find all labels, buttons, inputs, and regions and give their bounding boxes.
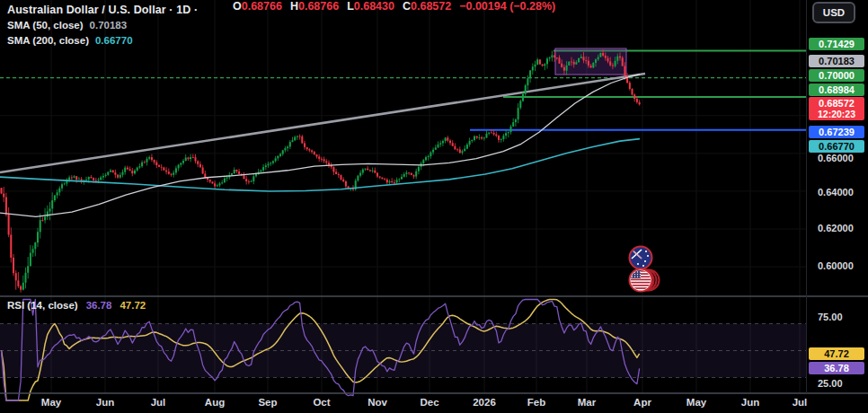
symbol-title-row[interactable]: Australian Dollar / U.S. Dollar · 1D · — [7, 3, 198, 17]
month-label: May — [41, 397, 61, 408]
time-axis[interactable]: MayJunJulAugSepOctNovDec2026FebMarAprMay… — [0, 393, 868, 413]
symbol-title[interactable]: Australian Dollar / U.S. Dollar · 1D · — [7, 3, 198, 17]
price-axis[interactable]: 0.660000.640000.620000.6000075.0025.000.… — [807, 0, 868, 393]
month-label: Apr — [633, 397, 651, 408]
month-label: Sep — [258, 397, 277, 408]
rsi-legend-row[interactable]: RSI (14, close) 36.78 47.72 — [7, 300, 146, 311]
sma50-value: 0.70183 — [90, 18, 128, 32]
rsi-ma-value: 47.72 — [120, 300, 146, 311]
sma200-label: SMA (200, close) — [7, 33, 89, 48]
candles — [1, 49, 641, 293]
price-axis-label: 0.70000 — [809, 69, 864, 82]
chart-canvas[interactable] — [0, 0, 868, 413]
price-axis-tick: 25.00 — [810, 378, 864, 389]
rsi-value: 36.78 — [86, 300, 112, 311]
price-axis-tick: 0.66000 — [810, 153, 864, 163]
month-label: 2026 — [473, 397, 496, 408]
price-axis-tick: 0.60000 — [810, 260, 864, 271]
open-key: O — [233, 0, 242, 13]
price-axis-label: 47.72 — [809, 347, 864, 360]
sma200-value: 0.66770 — [95, 33, 133, 48]
close-value: 0.68572 — [411, 0, 451, 13]
month-label: Mar — [578, 397, 596, 408]
change-value: −0.00194 (−0.28%) — [459, 0, 555, 13]
month-label: Jul — [151, 397, 166, 408]
rsi-label: RSI (14, close) — [7, 300, 78, 311]
currency-toggle-button[interactable]: USD — [812, 2, 855, 23]
price-axis-label: 0.67239 — [809, 126, 864, 138]
price-axis-tick: 75.00 — [810, 312, 864, 322]
open-value: 0.68766 — [242, 0, 282, 13]
month-label: Aug — [205, 397, 225, 408]
month-label: May — [686, 397, 706, 408]
price-level-lines[interactable] — [0, 51, 806, 130]
low-value: 0.68430 — [354, 0, 394, 13]
month-label: Jul — [793, 397, 808, 408]
sma50-legend-row[interactable]: SMA (50, close) 0.70183 — [7, 18, 198, 32]
price-axis-tick: 0.64000 — [810, 187, 864, 198]
price-axis-label: 0.66770 — [809, 140, 864, 153]
month-label: Dec — [420, 397, 438, 408]
sma50-line[interactable] — [0, 75, 640, 217]
price-axis-label: 36.78 — [809, 362, 864, 374]
month-label: Jun — [741, 397, 759, 408]
price-axis-label: 0.71429 — [809, 38, 864, 50]
high-value: 0.68766 — [298, 0, 339, 13]
price-axis-tick: 0.62000 — [810, 223, 864, 233]
price-axis-label: 0.68984 — [809, 83, 864, 96]
sma50-label: SMA (50, close) — [7, 18, 84, 32]
legend: Australian Dollar / U.S. Dollar · 1D · S… — [7, 3, 198, 48]
month-label: Feb — [527, 397, 545, 408]
price-axis-label: 0.6857212:20:23 — [809, 97, 864, 120]
high-key: H — [290, 0, 298, 13]
sma200-line[interactable] — [0, 139, 640, 191]
sma200-legend-row[interactable]: SMA (200, close) 0.66770 — [7, 33, 198, 48]
chart-window: Australian Dollar / U.S. Dollar · 1D · S… — [0, 0, 868, 413]
close-key: C — [403, 0, 411, 13]
price-axis-label: 0.70183 — [809, 55, 864, 67]
month-label: Nov — [368, 397, 387, 408]
month-label: Jun — [96, 397, 114, 408]
low-key: L — [347, 0, 354, 13]
month-label: Oct — [313, 397, 330, 408]
ohlc-readout: O0.68766 H0.68766 L0.68430 C0.68572 −0.0… — [233, 0, 555, 13]
